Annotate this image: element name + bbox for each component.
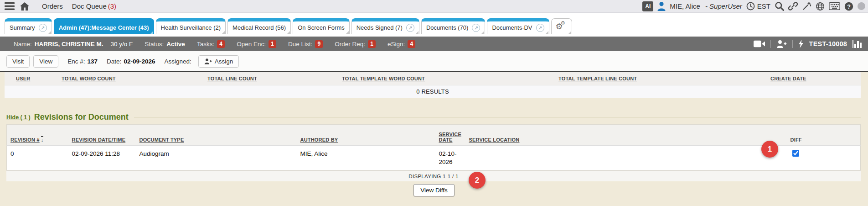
open-in-new-icon[interactable]: ↗ (472, 24, 480, 32)
tab-on-screen-forms[interactable]: On Screen Forms (293, 18, 350, 34)
tab-admin-message-center[interactable]: Admin (47):Message Center (43) (54, 18, 154, 34)
col-service-location[interactable]: SERVICE LOCATION (465, 125, 787, 146)
enc-label: Enc #: (67, 58, 85, 65)
annotation-callout-2: 2 (469, 172, 486, 189)
tab-label: Health Surveillance (2) (161, 24, 221, 31)
tasks-label: Tasks: (197, 41, 214, 48)
globe-icon[interactable] (816, 2, 825, 11)
timezone-label[interactable]: EST (757, 2, 770, 10)
date-label: Date: (107, 58, 121, 65)
diff-cell (787, 146, 861, 170)
tab-summary[interactable]: Summary ↗ (5, 18, 52, 34)
nav-doc-queue[interactable]: Doc Queue(3) (72, 2, 116, 10)
clock-icon[interactable] (746, 2, 755, 11)
patient-status-group: Status: Active (145, 41, 185, 48)
hamburger-menu-icon[interactable] (5, 2, 15, 10)
top-bar: Orders Doc Queue(3) AI MIE, Alice - Supe… (0, 0, 868, 13)
col-total-line-count[interactable]: TOTAL LINE COUNT (196, 72, 331, 85)
revisions-header-row: REVISION #↓ REVISION DATE/TIME DOCUMENT … (7, 125, 861, 146)
col-create-date[interactable]: CREATE DATE (759, 72, 861, 85)
zero-results-row: 0 RESULTS (5, 85, 861, 98)
patient-bar-actions: TEST-10008 (754, 40, 862, 48)
encounter-toolbar: Visit View Enc #: 137 Date: 02-09-2026 A… (0, 51, 868, 71)
patient-name-group: Name: HARRIS, CHRISTINE M. 30 y/o F (14, 41, 133, 48)
assign-button[interactable]: Assign (198, 55, 239, 68)
revisions-heading: Hide ( 1 ) Revisions for Document (6, 112, 861, 122)
authored-by-cell: MIE, Alice (297, 146, 435, 170)
tab-health-surveillance[interactable]: Health Surveillance (2) (156, 18, 226, 34)
revision-row[interactable]: 0 02-09-2026 11:28 Audiogram MIE, Alice … (7, 146, 861, 170)
chart-id[interactable]: TEST-10008 (809, 40, 847, 48)
search-icon[interactable] (775, 1, 784, 11)
person-add-icon[interactable] (776, 40, 787, 48)
tab-settings[interactable]: ⚙⚙ (551, 18, 572, 34)
revision-datetime-cell: 02-09-2026 11:28 (68, 146, 136, 170)
order-req-label: Order Req: (335, 41, 365, 48)
help-icon[interactable]: ? (844, 2, 853, 11)
word-count-header-row: USER TOTAL WORD COUNT TOTAL LINE COUNT T… (5, 72, 861, 85)
diff-checkbox[interactable] (792, 150, 799, 157)
revisions-title: Revisions for Document (34, 112, 129, 122)
col-total-word-count[interactable]: TOTAL WORD COUNT (50, 72, 196, 85)
order-req-count-badge[interactable]: 1 (368, 40, 376, 48)
separator (770, 40, 771, 48)
col-total-template-line-count[interactable]: TOTAL TEMPLATE LINE COUNT (547, 72, 759, 85)
tasks-group: Tasks: 4 (197, 40, 225, 48)
col-service-date[interactable]: SERVICE DATE (435, 125, 465, 146)
hide-revisions-link[interactable]: Hide ( 1 ) (6, 114, 31, 121)
view-diffs-button[interactable]: View Diffs (413, 184, 455, 196)
lightning-bolt-icon[interactable] (798, 40, 804, 48)
open-in-new-icon[interactable]: ↗ (536, 24, 544, 32)
due-list-count-badge[interactable]: 9 (315, 40, 323, 48)
nav-orders[interactable]: Orders (42, 2, 63, 10)
home-icon[interactable] (20, 2, 29, 11)
annotation-callout-1: 1 (761, 141, 778, 158)
col-revision-number[interactable]: REVISION #↓ (7, 125, 68, 146)
user-name[interactable]: MIE, Alice (670, 2, 700, 10)
col-document-type[interactable]: DOCUMENT TYPE (136, 125, 297, 146)
open-enc-count-badge[interactable]: 1 (269, 40, 276, 48)
tab-label: Documents-DV (492, 24, 532, 31)
due-list-label: Due List: (288, 41, 312, 48)
wand-icon[interactable] (802, 1, 811, 11)
user-icon[interactable] (657, 2, 666, 11)
paging-status: DISPLAYING 1-1 / 1 (6, 170, 861, 181)
open-in-new-icon[interactable]: ↗ (406, 24, 414, 32)
bar-chart-icon[interactable] (852, 40, 862, 48)
tasks-count-badge[interactable]: 4 (217, 40, 225, 48)
sort-desc-icon: ↓ (41, 136, 44, 142)
svg-text:?: ? (847, 3, 851, 10)
col-diff: DIFF (787, 125, 861, 146)
status-label: Status: (145, 41, 164, 48)
order-req-group: Order Req: 1 (335, 40, 376, 48)
assigned-label: Assigned: (164, 58, 191, 65)
open-enc-label: Open Enc: (237, 41, 266, 48)
tab-label: Admin (47):Message Center (43) (59, 24, 149, 31)
keyboard-icon[interactable] (829, 2, 840, 10)
col-user[interactable]: USER (5, 72, 50, 85)
col-authored-by[interactable]: AUTHORED BY (297, 125, 435, 146)
view-button[interactable]: View (33, 55, 58, 68)
tab-documents-dv[interactable]: Documents-DV ↗ (487, 18, 549, 34)
visit-button[interactable]: Visit (6, 55, 30, 68)
topbar-right: AI MIE, Alice - SuperUser EST ? (642, 1, 865, 11)
service-date-cell: 02-10-2026 (435, 146, 465, 170)
tab-needs-signed[interactable]: Needs Signed (7) ↗ (351, 18, 419, 34)
patient-header-bar: Name: HARRIS, CHRISTINE M. 30 y/o F Stat… (0, 37, 868, 51)
tab-label: Medical Record (56) (232, 24, 286, 31)
link-icon[interactable] (788, 1, 798, 11)
tab-medical-record[interactable]: Medical Record (56) (227, 18, 291, 34)
patient-status: Active (166, 41, 185, 48)
tab-documents[interactable]: Documents (70) ↗ (421, 18, 485, 34)
esign-count-badge[interactable]: 4 (408, 40, 415, 48)
open-in-new-icon[interactable]: ↗ (39, 24, 47, 32)
col-revision-datetime[interactable]: REVISION DATE/TIME (68, 125, 136, 146)
service-location-cell (465, 146, 787, 170)
ai-badge[interactable]: AI (642, 1, 653, 11)
person-add-icon (204, 58, 212, 64)
patient-age-sex: 30 y/o F (111, 41, 133, 48)
col-total-template-word-count[interactable]: TOTAL TEMPLATE WORD COUNT (331, 72, 547, 85)
revision-number-cell: 0 (7, 146, 68, 170)
video-camera-icon[interactable] (754, 40, 765, 48)
word-count-table: USER TOTAL WORD COUNT TOTAL LINE COUNT T… (5, 72, 861, 98)
